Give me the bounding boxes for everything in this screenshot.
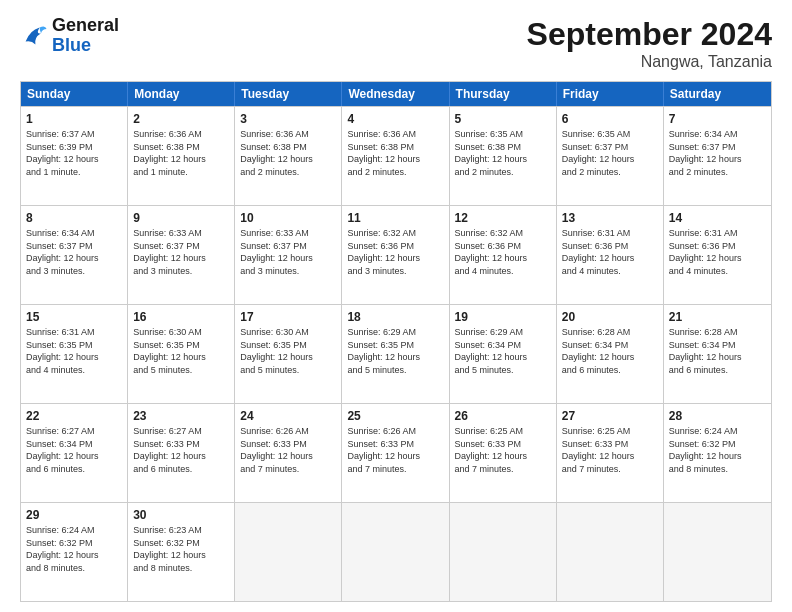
day-cell-25: 25Sunrise: 6:26 AM Sunset: 6:33 PM Dayli… [342,404,449,502]
empty-cell [664,503,771,601]
day-number: 23 [133,408,229,424]
day-cell-19: 19Sunrise: 6:29 AM Sunset: 6:34 PM Dayli… [450,305,557,403]
day-cell-7: 7Sunrise: 6:34 AM Sunset: 6:37 PM Daylig… [664,107,771,205]
calendar: SundayMondayTuesdayWednesdayThursdayFrid… [20,81,772,602]
day-cell-4: 4Sunrise: 6:36 AM Sunset: 6:38 PM Daylig… [342,107,449,205]
empty-cell [450,503,557,601]
day-info: Sunrise: 6:24 AM Sunset: 6:32 PM Dayligh… [26,524,122,574]
day-number: 30 [133,507,229,523]
day-header-wednesday: Wednesday [342,82,449,106]
day-number: 8 [26,210,122,226]
day-header-monday: Monday [128,82,235,106]
day-number: 6 [562,111,658,127]
day-info: Sunrise: 6:26 AM Sunset: 6:33 PM Dayligh… [347,425,443,475]
day-number: 3 [240,111,336,127]
day-number: 14 [669,210,766,226]
day-cell-5: 5Sunrise: 6:35 AM Sunset: 6:38 PM Daylig… [450,107,557,205]
day-number: 22 [26,408,122,424]
day-header-sunday: Sunday [21,82,128,106]
day-number: 16 [133,309,229,325]
day-number: 11 [347,210,443,226]
day-cell-15: 15Sunrise: 6:31 AM Sunset: 6:35 PM Dayli… [21,305,128,403]
day-cell-26: 26Sunrise: 6:25 AM Sunset: 6:33 PM Dayli… [450,404,557,502]
day-info: Sunrise: 6:28 AM Sunset: 6:34 PM Dayligh… [669,326,766,376]
empty-cell [557,503,664,601]
day-cell-20: 20Sunrise: 6:28 AM Sunset: 6:34 PM Dayli… [557,305,664,403]
day-number: 19 [455,309,551,325]
day-info: Sunrise: 6:29 AM Sunset: 6:35 PM Dayligh… [347,326,443,376]
day-info: Sunrise: 6:30 AM Sunset: 6:35 PM Dayligh… [240,326,336,376]
day-number: 15 [26,309,122,325]
day-cell-1: 1Sunrise: 6:37 AM Sunset: 6:39 PM Daylig… [21,107,128,205]
page: General Blue September 2024 Nangwa, Tanz… [0,0,792,612]
day-info: Sunrise: 6:34 AM Sunset: 6:37 PM Dayligh… [26,227,122,277]
day-number: 7 [669,111,766,127]
empty-cell [235,503,342,601]
day-number: 27 [562,408,658,424]
day-number: 18 [347,309,443,325]
day-number: 24 [240,408,336,424]
day-number: 10 [240,210,336,226]
day-info: Sunrise: 6:27 AM Sunset: 6:33 PM Dayligh… [133,425,229,475]
day-number: 29 [26,507,122,523]
day-cell-10: 10Sunrise: 6:33 AM Sunset: 6:37 PM Dayli… [235,206,342,304]
day-info: Sunrise: 6:25 AM Sunset: 6:33 PM Dayligh… [562,425,658,475]
week-row-1: 1Sunrise: 6:37 AM Sunset: 6:39 PM Daylig… [21,106,771,205]
day-cell-17: 17Sunrise: 6:30 AM Sunset: 6:35 PM Dayli… [235,305,342,403]
day-cell-12: 12Sunrise: 6:32 AM Sunset: 6:36 PM Dayli… [450,206,557,304]
day-info: Sunrise: 6:28 AM Sunset: 6:34 PM Dayligh… [562,326,658,376]
day-info: Sunrise: 6:30 AM Sunset: 6:35 PM Dayligh… [133,326,229,376]
day-cell-21: 21Sunrise: 6:28 AM Sunset: 6:34 PM Dayli… [664,305,771,403]
day-info: Sunrise: 6:23 AM Sunset: 6:32 PM Dayligh… [133,524,229,574]
day-cell-23: 23Sunrise: 6:27 AM Sunset: 6:33 PM Dayli… [128,404,235,502]
day-info: Sunrise: 6:31 AM Sunset: 6:35 PM Dayligh… [26,326,122,376]
day-cell-16: 16Sunrise: 6:30 AM Sunset: 6:35 PM Dayli… [128,305,235,403]
week-row-5: 29Sunrise: 6:24 AM Sunset: 6:32 PM Dayli… [21,502,771,601]
day-number: 17 [240,309,336,325]
day-info: Sunrise: 6:35 AM Sunset: 6:38 PM Dayligh… [455,128,551,178]
day-cell-24: 24Sunrise: 6:26 AM Sunset: 6:33 PM Dayli… [235,404,342,502]
day-info: Sunrise: 6:27 AM Sunset: 6:34 PM Dayligh… [26,425,122,475]
week-row-4: 22Sunrise: 6:27 AM Sunset: 6:34 PM Dayli… [21,403,771,502]
day-info: Sunrise: 6:33 AM Sunset: 6:37 PM Dayligh… [133,227,229,277]
day-header-tuesday: Tuesday [235,82,342,106]
day-header-friday: Friday [557,82,664,106]
day-number: 2 [133,111,229,127]
day-info: Sunrise: 6:36 AM Sunset: 6:38 PM Dayligh… [133,128,229,178]
day-cell-14: 14Sunrise: 6:31 AM Sunset: 6:36 PM Dayli… [664,206,771,304]
day-info: Sunrise: 6:36 AM Sunset: 6:38 PM Dayligh… [240,128,336,178]
calendar-header: SundayMondayTuesdayWednesdayThursdayFrid… [21,82,771,106]
logo-icon [20,22,48,50]
header: General Blue September 2024 Nangwa, Tanz… [20,16,772,71]
logo-text-general: General [52,16,119,36]
main-title: September 2024 [527,16,772,53]
day-info: Sunrise: 6:31 AM Sunset: 6:36 PM Dayligh… [562,227,658,277]
day-number: 9 [133,210,229,226]
day-number: 21 [669,309,766,325]
week-row-2: 8Sunrise: 6:34 AM Sunset: 6:37 PM Daylig… [21,205,771,304]
subtitle: Nangwa, Tanzania [527,53,772,71]
day-number: 20 [562,309,658,325]
empty-cell [342,503,449,601]
day-cell-18: 18Sunrise: 6:29 AM Sunset: 6:35 PM Dayli… [342,305,449,403]
day-cell-3: 3Sunrise: 6:36 AM Sunset: 6:38 PM Daylig… [235,107,342,205]
day-info: Sunrise: 6:24 AM Sunset: 6:32 PM Dayligh… [669,425,766,475]
day-cell-9: 9Sunrise: 6:33 AM Sunset: 6:37 PM Daylig… [128,206,235,304]
day-cell-8: 8Sunrise: 6:34 AM Sunset: 6:37 PM Daylig… [21,206,128,304]
day-info: Sunrise: 6:26 AM Sunset: 6:33 PM Dayligh… [240,425,336,475]
day-number: 1 [26,111,122,127]
day-cell-30: 30Sunrise: 6:23 AM Sunset: 6:32 PM Dayli… [128,503,235,601]
day-cell-29: 29Sunrise: 6:24 AM Sunset: 6:32 PM Dayli… [21,503,128,601]
day-info: Sunrise: 6:36 AM Sunset: 6:38 PM Dayligh… [347,128,443,178]
day-cell-11: 11Sunrise: 6:32 AM Sunset: 6:36 PM Dayli… [342,206,449,304]
day-cell-6: 6Sunrise: 6:35 AM Sunset: 6:37 PM Daylig… [557,107,664,205]
day-cell-22: 22Sunrise: 6:27 AM Sunset: 6:34 PM Dayli… [21,404,128,502]
day-info: Sunrise: 6:25 AM Sunset: 6:33 PM Dayligh… [455,425,551,475]
day-cell-28: 28Sunrise: 6:24 AM Sunset: 6:32 PM Dayli… [664,404,771,502]
day-info: Sunrise: 6:32 AM Sunset: 6:36 PM Dayligh… [455,227,551,277]
day-header-saturday: Saturday [664,82,771,106]
day-number: 25 [347,408,443,424]
day-info: Sunrise: 6:31 AM Sunset: 6:36 PM Dayligh… [669,227,766,277]
day-info: Sunrise: 6:32 AM Sunset: 6:36 PM Dayligh… [347,227,443,277]
day-number: 12 [455,210,551,226]
